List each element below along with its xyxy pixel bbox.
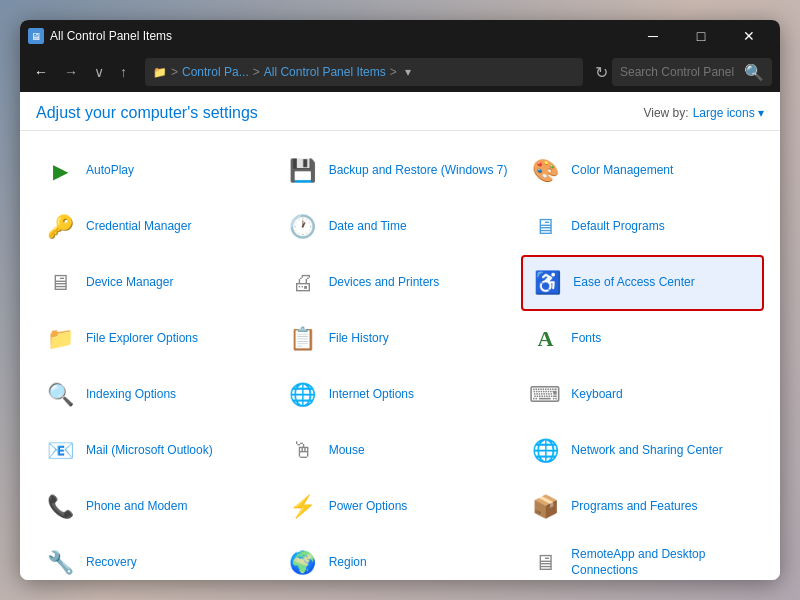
minimize-button[interactable]: ─ <box>630 20 676 52</box>
date-time-label: Date and Time <box>329 219 407 235</box>
ease-access-icon: ♿ <box>531 267 563 299</box>
panel-item-file-history[interactable]: 📋File History <box>279 311 522 367</box>
panel-item-phone-modem[interactable]: 📞Phone and Modem <box>36 479 279 535</box>
fonts-label: Fonts <box>571 331 601 347</box>
panel-item-devices-printers[interactable]: 🖨Devices and Printers <box>279 255 522 311</box>
fonts-icon: A <box>529 323 561 355</box>
devices-printers-icon: 🖨 <box>287 267 319 299</box>
keyboard-label: Keyboard <box>571 387 622 403</box>
device-manager-label: Device Manager <box>86 275 173 291</box>
panel-item-backup-restore[interactable]: 💾Backup and Restore (Windows 7) <box>279 143 522 199</box>
page-title: Adjust your computer's settings <box>36 104 258 122</box>
window-title: All Control Panel Items <box>50 29 630 43</box>
panel-item-indexing[interactable]: 🔍Indexing Options <box>36 367 279 423</box>
default-progs-icon: 🖥 <box>529 211 561 243</box>
autoplay-label: AutoPlay <box>86 163 134 179</box>
dropdown-button[interactable]: ∨ <box>88 60 110 84</box>
indexing-label: Indexing Options <box>86 387 176 403</box>
address-dropdown-arrow[interactable]: ▾ <box>405 65 411 79</box>
panel-item-autoplay[interactable]: ▶AutoPlay <box>36 143 279 199</box>
mail-outlook-label: Mail (Microsoft Outlook) <box>86 443 213 459</box>
device-manager-icon: 🖥 <box>44 267 76 299</box>
color-mgmt-label: Color Management <box>571 163 673 179</box>
keyboard-icon: ⌨ <box>529 379 561 411</box>
panel-item-ease-access[interactable]: ♿Ease of Access Center <box>521 255 764 311</box>
forward-button[interactable]: → <box>58 60 84 84</box>
file-history-label: File History <box>329 331 389 347</box>
breadcrumb-3[interactable]: All Control Panel Items <box>264 65 386 79</box>
view-by-label: View by: <box>643 106 688 120</box>
date-time-icon: 🕐 <box>287 211 319 243</box>
breadcrumb-2[interactable]: Control Pa... <box>182 65 249 79</box>
recovery-icon: 🔧 <box>44 547 76 579</box>
remoteapp-label: RemoteApp and Desktop Connections <box>571 547 756 578</box>
panel-item-mouse[interactable]: 🖱Mouse <box>279 423 522 479</box>
color-mgmt-icon: 🎨 <box>529 155 561 187</box>
ease-access-label: Ease of Access Center <box>573 275 694 291</box>
indexing-icon: 🔍 <box>44 379 76 411</box>
items-grid: ▶AutoPlay💾Backup and Restore (Windows 7)… <box>20 131 780 580</box>
up-button[interactable]: ↑ <box>114 60 133 84</box>
programs-feats-icon: 📦 <box>529 491 561 523</box>
breadcrumb-sep-1: > <box>171 65 178 79</box>
toolbar: ← → ∨ ↑ 📁 > Control Pa... > All Control … <box>20 52 780 92</box>
internet-opts-icon: 🌐 <box>287 379 319 411</box>
mail-outlook-icon: 📧 <box>44 435 76 467</box>
panel-item-remoteapp[interactable]: 🖥RemoteApp and Desktop Connections <box>521 535 764 580</box>
close-button[interactable]: ✕ <box>726 20 772 52</box>
search-icon: 🔍 <box>744 63 764 82</box>
region-label: Region <box>329 555 367 571</box>
power-opts-icon: ⚡ <box>287 491 319 523</box>
breadcrumb-1: 📁 <box>153 66 167 79</box>
programs-feats-label: Programs and Features <box>571 499 697 515</box>
region-icon: 🌍 <box>287 547 319 579</box>
recovery-label: Recovery <box>86 555 137 571</box>
internet-opts-label: Internet Options <box>329 387 414 403</box>
content-area: Adjust your computer's settings View by:… <box>20 92 780 580</box>
maximize-button[interactable]: □ <box>678 20 724 52</box>
power-opts-label: Power Options <box>329 499 408 515</box>
default-progs-label: Default Programs <box>571 219 664 235</box>
autoplay-icon: ▶ <box>44 155 76 187</box>
backup-restore-icon: 💾 <box>287 155 319 187</box>
panel-item-power-opts[interactable]: ⚡Power Options <box>279 479 522 535</box>
credential-mgr-label: Credential Manager <box>86 219 191 235</box>
remoteapp-icon: 🖥 <box>529 547 561 579</box>
panel-item-programs-feats[interactable]: 📦Programs and Features <box>521 479 764 535</box>
search-input[interactable] <box>620 65 744 79</box>
window-icon: 🖥 <box>28 28 44 44</box>
header-bar: Adjust your computer's settings View by:… <box>20 92 780 131</box>
view-by: View by: Large icons ▾ <box>643 106 764 120</box>
breadcrumb-sep-2: > <box>253 65 260 79</box>
refresh-button[interactable]: ↻ <box>595 63 608 82</box>
mouse-icon: 🖱 <box>287 435 319 467</box>
credential-mgr-icon: 🔑 <box>44 211 76 243</box>
panel-item-color-mgmt[interactable]: 🎨Color Management <box>521 143 764 199</box>
main-window: 🖥 All Control Panel Items ─ □ ✕ ← → ∨ ↑ … <box>20 20 780 580</box>
address-bar[interactable]: 📁 > Control Pa... > All Control Panel It… <box>145 58 583 86</box>
window-controls: ─ □ ✕ <box>630 20 772 52</box>
panel-item-region[interactable]: 🌍Region <box>279 535 522 580</box>
panel-item-recovery[interactable]: 🔧Recovery <box>36 535 279 580</box>
phone-modem-icon: 📞 <box>44 491 76 523</box>
view-by-value[interactable]: Large icons ▾ <box>693 106 764 120</box>
back-button[interactable]: ← <box>28 60 54 84</box>
panel-item-internet-opts[interactable]: 🌐Internet Options <box>279 367 522 423</box>
file-history-icon: 📋 <box>287 323 319 355</box>
panel-item-default-progs[interactable]: 🖥Default Programs <box>521 199 764 255</box>
panel-item-keyboard[interactable]: ⌨Keyboard <box>521 367 764 423</box>
panel-item-file-explorer[interactable]: 📁File Explorer Options <box>36 311 279 367</box>
phone-modem-label: Phone and Modem <box>86 499 187 515</box>
panel-item-network-sharing[interactable]: 🌐Network and Sharing Center <box>521 423 764 479</box>
network-sharing-icon: 🌐 <box>529 435 561 467</box>
panel-item-date-time[interactable]: 🕐Date and Time <box>279 199 522 255</box>
panel-item-credential-mgr[interactable]: 🔑Credential Manager <box>36 199 279 255</box>
panel-item-device-manager[interactable]: 🖥Device Manager <box>36 255 279 311</box>
panel-item-fonts[interactable]: AFonts <box>521 311 764 367</box>
backup-restore-label: Backup and Restore (Windows 7) <box>329 163 508 179</box>
file-explorer-label: File Explorer Options <box>86 331 198 347</box>
title-bar: 🖥 All Control Panel Items ─ □ ✕ <box>20 20 780 52</box>
devices-printers-label: Devices and Printers <box>329 275 440 291</box>
panel-item-mail-outlook[interactable]: 📧Mail (Microsoft Outlook) <box>36 423 279 479</box>
search-box[interactable]: 🔍 <box>612 58 772 86</box>
